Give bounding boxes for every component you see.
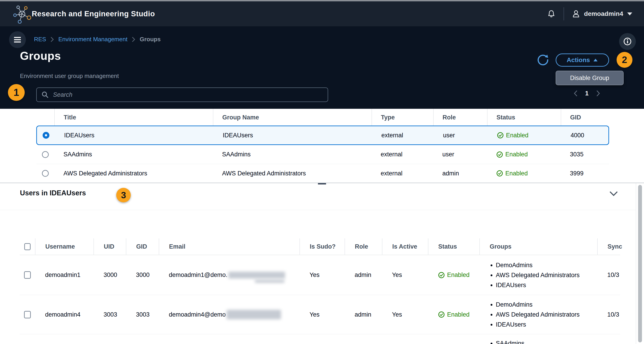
radio-unselected[interactable] [42,170,49,177]
cell-sync: 10/3 [597,295,620,334]
table-row-aws-delegated-administrators[interactable]: AWS Delegated Administrators AWS Delegat… [36,164,609,183]
groups-list: DemoAdmins AWS Delegated Administrators … [490,300,580,330]
cell-is-sudo: Yes [300,295,345,334]
column-header-groups[interactable]: Groups [480,238,597,255]
column-header-title[interactable]: Title [54,109,213,126]
pagination-current-page[interactable]: 1 [585,90,589,97]
caret-down-icon [627,12,633,16]
refresh-icon [536,53,550,66]
breadcrumb-current-groups: Groups [140,36,160,43]
table-row-partial[interactable]: SAAdmins [20,334,620,344]
users-table-header: Username UID GID Email Is Sudo? Role Is … [20,238,620,255]
select-all-checkbox[interactable] [24,243,30,250]
annotation-badge-3: 3 [116,188,131,202]
app-title: Research and Engineering Studio [32,10,155,18]
radio-selected[interactable] [42,132,50,139]
cell-group-name: SAAdmins [213,145,372,164]
split-panel-title: Users in IDEAUsers [20,189,86,197]
status-text: Enabled [505,170,528,177]
status-badge: Enabled [496,151,528,158]
table-row-demoadmin1[interactable]: demoadmin1 3000 3000 demoadmin1@demo. Ye… [20,255,620,295]
cell-title: IDEAUsers [55,126,214,144]
groups-list: SAAdmins [490,338,597,344]
panel-header-divider [0,210,644,210]
search-input[interactable] [52,91,323,98]
actions-button[interactable]: Actions [556,54,609,66]
radio-column-header [36,109,54,126]
status-text: Enabled [447,272,470,278]
redacted-email-blur [255,280,284,283]
cell-role: user [434,126,488,144]
column-header-type[interactable]: Type [372,109,433,126]
refresh-button[interactable] [536,53,550,66]
nav-divider [564,7,564,20]
status-badge: Enabled [438,311,470,318]
user-menu[interactable]: demoadmin4 [572,10,633,18]
cell-group-name: AWS Delegated Administrators [213,164,372,183]
redacted-email-blur [226,310,281,319]
split-panel-drag-handle[interactable] [318,183,326,184]
scrollbar-thumb[interactable] [638,185,642,342]
annotation-badge-2: 2 [616,52,632,68]
status-text: Enabled [505,151,528,158]
breadcrumb-link-res[interactable]: RES [34,36,46,43]
column-header-is-sudo[interactable]: Is Sudo? [300,238,345,255]
column-header-gid[interactable]: GID [561,109,609,126]
breadcrumb: RES Environment Management Groups [34,36,161,43]
column-header-email[interactable]: Email [159,238,300,255]
column-header-gid[interactable]: GID [126,238,159,255]
row-checkbox[interactable] [24,311,31,318]
cell-username: demoadmin1 [35,255,94,295]
panel-scrollbar [636,183,644,344]
list-item: AWS Delegated Administrators [496,270,580,280]
pagination-next-icon[interactable] [596,90,600,97]
table-row-saadmins[interactable]: SAAdmins SAAdmins external user Enabled … [36,145,609,164]
column-header-uid[interactable]: UID [94,238,126,255]
cell-title: AWS Delegated Administrators [54,164,213,183]
pagination-prev-icon[interactable] [573,90,578,97]
cell-type: external [372,126,434,144]
list-item: IDEAUsers [496,320,580,330]
list-item: AWS Delegated Administrators [496,310,580,320]
sidebar-toggle-button[interactable] [9,31,26,48]
status-badge: Enabled [497,132,528,139]
status-badge: Enabled [438,272,470,278]
page-title: Groups [20,50,61,62]
table-row-demoadmin4[interactable]: demoadmin4 3003 3003 demoadmin4@demo Yes… [20,295,620,334]
chevron-down-icon [609,191,618,197]
menu-item-disable-group[interactable]: Disable Group [556,71,624,85]
radio-unselected[interactable] [42,151,49,158]
row-checkbox[interactable] [24,271,31,279]
column-header-sync[interactable]: Sync [597,238,620,255]
column-header-status[interactable]: Status [428,238,480,255]
user-icon [572,10,580,18]
cell-gid: 3003 [126,295,159,334]
status-text: Enabled [447,311,470,318]
groups-table-section: Title Group Name Type Role Status GID ID… [0,109,644,183]
column-header-status[interactable]: Status [487,109,561,126]
split-panel-users: Users in IDEAUsers 3 Username UID GID Em… [0,183,644,344]
cell-title: SAAdmins [54,145,213,164]
cell-gid: 3999 [561,164,609,183]
column-header-is-active[interactable]: Is Active [382,238,428,255]
cell-role: user [433,145,487,164]
column-header-group-name[interactable]: Group Name [213,109,372,126]
column-header-role[interactable]: Role [345,238,382,255]
cell-uid: 3003 [94,295,126,334]
actions-button-label: Actions [567,56,590,64]
groups-table-header: Title Group Name Type Role Status GID [36,109,609,126]
chevron-right-icon [132,36,136,42]
cell-username: demoadmin4 [35,295,94,334]
info-panel-button[interactable] [619,33,636,50]
column-header-username[interactable]: Username [35,238,94,255]
cell-is-sudo: Yes [300,255,345,295]
column-header-role[interactable]: Role [433,109,487,126]
cell-type: external [372,145,433,164]
breadcrumb-link-environment-management[interactable]: Environment Management [58,36,127,43]
notifications-bell-icon[interactable] [547,9,556,18]
username-label: demoadmin4 [584,10,623,18]
status-badge: Enabled [496,170,528,177]
table-row-ideausers[interactable]: IDEAUsers IDEAUsers external user Enable… [36,126,609,145]
cell-is-active: Yes [382,255,428,295]
split-panel-collapse-button[interactable] [609,191,618,197]
